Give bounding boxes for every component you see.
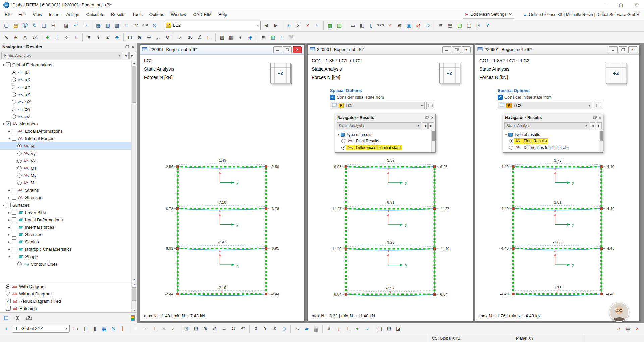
lock-view-icon[interactable]: ⊘ (414, 21, 423, 30)
edit-load-cases-button[interactable] (594, 102, 602, 109)
zoom-window-icon[interactable]: ⊞ (192, 324, 200, 333)
user-defined-visibility-icon[interactable]: ◉ (246, 33, 255, 42)
move-copy-icon[interactable]: ⇄ (30, 33, 39, 42)
tree-item-uz[interactable]: uZ (0, 91, 131, 98)
wireframe-render-icon[interactable]: ▱ (293, 324, 302, 333)
open-model-icon[interactable]: ▤ (11, 21, 20, 30)
background-model-icon[interactable]: ▣ (405, 21, 413, 30)
view-z-icon[interactable]: Z (270, 324, 279, 333)
radio-contour-lines[interactable] (17, 262, 22, 266)
scroll-thumb[interactable] (132, 287, 136, 301)
show-supports-icon[interactable]: ⊥ (343, 324, 352, 333)
tree-item-n[interactable]: N (0, 142, 131, 150)
tree-item-with-diagram[interactable]: With Diagram (0, 283, 131, 290)
tree-item-local-deformations[interactable]: ▸Local Deformations (0, 216, 131, 223)
expand-icon[interactable]: ▸ (7, 188, 12, 192)
scroll-thumb[interactable] (600, 131, 603, 141)
checkbox-global-deformations[interactable] (6, 62, 11, 67)
menu-window[interactable]: Window (168, 10, 190, 19)
window-close-button[interactable]: × (462, 46, 471, 53)
work-plane-yz-icon[interactable]: ▮ (90, 324, 99, 333)
tree-item-mt[interactable]: MT (0, 164, 131, 172)
previous-analysis-button[interactable]: ◀ (590, 122, 595, 129)
tree-item-contour-lines[interactable]: Contour Lines (0, 260, 131, 268)
type-of-results-checkbox[interactable] (508, 133, 513, 137)
radio-differences-to-initial-state[interactable] (341, 146, 345, 150)
consider-initial-state-checkbox[interactable]: ✓ (498, 95, 503, 100)
collapse-icon[interactable]: ▾ (1, 63, 6, 67)
previous-analysis-button[interactable]: ◀ (422, 122, 428, 129)
color-scale-icon[interactable] (131, 315, 135, 321)
zoom-all-icon[interactable]: ⊡ (182, 324, 191, 333)
generate-model-icon[interactable]: ♣ (43, 33, 52, 42)
tree-item-strains[interactable]: ▸Strains (0, 238, 131, 245)
menu-help[interactable]: Help (215, 10, 231, 19)
calculate-all-icon[interactable]: ∗ (284, 21, 293, 30)
tree-item-result-diagram-filled[interactable]: ✓Result Diagram Filled (0, 297, 131, 305)
manage-views-icon[interactable]: ▤ (624, 324, 632, 333)
menu-insert[interactable]: Insert (45, 10, 63, 19)
menu-edit[interactable]: Edit (15, 10, 29, 19)
checkbox-strains[interactable] (12, 239, 16, 244)
cascade-windows-icon[interactable]: ◪ (394, 324, 403, 333)
edit-load-cases-button[interactable] (426, 102, 434, 109)
tree-item-mz[interactable]: Mz (0, 179, 131, 186)
result-tables-icon[interactable]: ▧ (113, 21, 121, 30)
result-diagram-icon[interactable]: ≈ (122, 21, 131, 30)
tree-item-hatching[interactable]: Hatching (0, 305, 131, 312)
expand-icon[interactable]: ▸ (7, 129, 12, 133)
find-object-icon[interactable]: ⊙ (150, 21, 159, 30)
tree-item-y[interactable]: φY (0, 105, 131, 113)
smooth-contours-icon[interactable]: ▒ (287, 33, 296, 42)
float-panel-icon[interactable] (425, 116, 429, 120)
next-analysis-button[interactable]: ▶ (129, 52, 135, 59)
scroll-down-icon[interactable]: ▼ (132, 277, 137, 282)
object-snap-perpendicular-icon[interactable]: ⊥ (150, 324, 159, 333)
zoom-out-icon[interactable]: ⊖ (210, 324, 219, 333)
options-scrollbar[interactable]: ▲ ▼ (131, 282, 137, 312)
app-close-button[interactable]: × (629, 0, 644, 10)
checkbox-stresses[interactable] (12, 232, 16, 237)
mini-navigator-titlebar[interactable]: Navigator - Results × (503, 114, 603, 121)
tree-item-local-deformations[interactable]: ▸Local Deformations (0, 127, 131, 135)
next-analysis-button[interactable]: ▶ (428, 122, 434, 129)
radio-mz[interactable] (17, 181, 22, 185)
expand-icon[interactable]: ▸ (7, 218, 12, 222)
radio-differences-to-initial-state[interactable] (509, 146, 513, 150)
full-model-view-icon[interactable]: ⌂ (614, 324, 623, 333)
view-x-icon[interactable]: X (252, 324, 260, 333)
previous-analysis-button[interactable]: ◀ (123, 52, 129, 59)
show-result-values-icon[interactable]: ≈ (362, 324, 371, 333)
tree-item-internal-forces[interactable]: ▾Internal Forces (0, 135, 131, 142)
redo-icon[interactable]: ↷ (81, 21, 90, 30)
zoom-in-icon[interactable]: ⊕ (135, 33, 144, 42)
delete-results-icon[interactable]: × (303, 21, 312, 30)
menu-cad-bim[interactable]: CAD-BIM (190, 10, 215, 19)
initial-state-case-combo[interactable]: P LC2 ▾ (498, 102, 592, 109)
panel-sidebar-icon[interactable] (2, 314, 10, 322)
type-of-results-group[interactable]: ▾ Type of results (504, 131, 598, 138)
app-minimize-button[interactable]: ─ (598, 0, 613, 10)
scroll-up-icon[interactable]: ▲ (132, 60, 137, 65)
orbit-view-icon[interactable]: ↺ (163, 33, 172, 42)
checkbox-strains[interactable] (12, 188, 16, 192)
user-avatar[interactable] (609, 302, 629, 322)
angle-measure-icon[interactable]: ∠ (195, 33, 204, 42)
menu-results[interactable]: Results (108, 10, 129, 19)
solid-render-icon[interactable]: ▰ (302, 324, 311, 333)
help-icon[interactable]: ? (483, 21, 492, 30)
close-panel-icon[interactable]: × (132, 45, 134, 49)
menu-options[interactable]: Options (146, 10, 168, 19)
window-close-button[interactable]: × (628, 46, 637, 53)
previous-view-icon[interactable]: ↶ (238, 324, 247, 333)
radio-final-results[interactable] (341, 139, 345, 143)
checkbox-hatching[interactable] (6, 306, 11, 311)
collapse-icon[interactable]: ▾ (1, 122, 6, 126)
checkbox-surfaces[interactable] (6, 203, 11, 207)
checkbox-internal-forces[interactable] (12, 136, 16, 141)
transparent-render-icon[interactable]: ▒ (312, 324, 320, 333)
radio-my[interactable] (17, 173, 22, 178)
zoom-window-icon[interactable]: ⊡ (126, 33, 135, 42)
radio-with-diagram[interactable] (6, 284, 10, 289)
consider-initial-state-row[interactable]: ✓ Consider initial state from (498, 95, 619, 100)
